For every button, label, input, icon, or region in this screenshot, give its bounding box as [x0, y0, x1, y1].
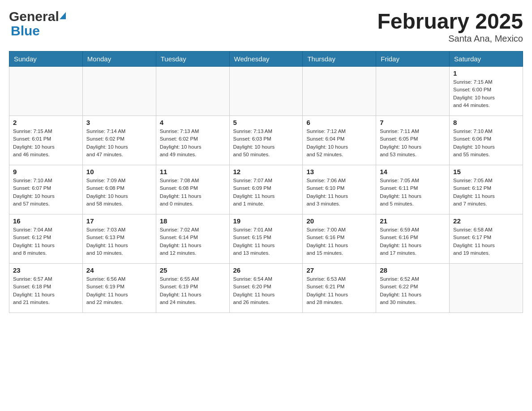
- day-info: Sunrise: 7:05 AMSunset: 6:12 PMDaylight:…: [453, 177, 519, 208]
- calendar-cell: 16Sunrise: 7:04 AMSunset: 6:12 PMDayligh…: [9, 214, 83, 264]
- calendar-cell: [229, 67, 303, 116]
- day-info: Sunrise: 6:54 AMSunset: 6:20 PMDaylight:…: [233, 275, 299, 306]
- calendar-cell: 12Sunrise: 7:07 AMSunset: 6:09 PMDayligh…: [229, 165, 303, 214]
- calendar-cell: 17Sunrise: 7:03 AMSunset: 6:13 PMDayligh…: [82, 214, 156, 264]
- day-info: Sunrise: 7:04 AMSunset: 6:12 PMDaylight:…: [13, 226, 79, 257]
- weekday-header-thursday: Thursday: [303, 51, 376, 67]
- page-header: General Blue February 2025 Santa Ana, Me…: [9, 9, 523, 44]
- calendar-cell: [303, 67, 376, 116]
- calendar-cell: 20Sunrise: 7:00 AMSunset: 6:16 PMDayligh…: [303, 214, 376, 264]
- day-number: 18: [160, 217, 226, 225]
- calendar-cell: 8Sunrise: 7:10 AMSunset: 6:06 PMDaylight…: [450, 116, 523, 165]
- calendar-cell: [450, 264, 523, 313]
- day-number: 13: [306, 168, 372, 176]
- day-number: 11: [160, 168, 226, 176]
- weekday-header-wednesday: Wednesday: [229, 51, 303, 67]
- day-number: 10: [86, 168, 152, 176]
- logo-blue-text: Blue: [11, 23, 40, 39]
- day-number: 15: [453, 168, 519, 176]
- day-info: Sunrise: 7:07 AMSunset: 6:09 PMDaylight:…: [233, 177, 299, 208]
- calendar-cell: 4Sunrise: 7:13 AMSunset: 6:02 PMDaylight…: [156, 116, 229, 165]
- day-info: Sunrise: 6:57 AMSunset: 6:18 PMDaylight:…: [13, 275, 79, 306]
- day-number: 9: [13, 168, 79, 176]
- calendar-cell: 23Sunrise: 6:57 AMSunset: 6:18 PMDayligh…: [9, 264, 83, 313]
- day-number: 16: [13, 217, 79, 225]
- day-number: 25: [160, 266, 226, 274]
- calendar-cell: 7Sunrise: 7:11 AMSunset: 6:05 PMDaylight…: [376, 116, 450, 165]
- day-info: Sunrise: 7:12 AMSunset: 6:04 PMDaylight:…: [306, 128, 372, 158]
- logo-flag-icon: [60, 12, 66, 19]
- day-info: Sunrise: 6:59 AMSunset: 6:16 PMDaylight:…: [380, 226, 446, 257]
- calendar-cell: 5Sunrise: 7:13 AMSunset: 6:03 PMDaylight…: [229, 116, 303, 165]
- month-title: February 2025: [377, 9, 523, 34]
- day-info: Sunrise: 7:15 AMSunset: 6:01 PMDaylight:…: [13, 128, 79, 158]
- weekday-header-row: SundayMondayTuesdayWednesdayThursdayFrid…: [9, 51, 523, 67]
- weekday-header-monday: Monday: [82, 51, 156, 67]
- day-number: 2: [13, 119, 79, 126]
- calendar-cell: 25Sunrise: 6:55 AMSunset: 6:19 PMDayligh…: [156, 264, 229, 313]
- calendar-cell: 1Sunrise: 7:15 AMSunset: 6:00 PMDaylight…: [450, 67, 523, 116]
- day-number: 7: [380, 119, 446, 126]
- day-number: 1: [453, 69, 519, 77]
- calendar-cell: 14Sunrise: 7:05 AMSunset: 6:11 PMDayligh…: [376, 165, 450, 214]
- calendar-cell: [156, 67, 229, 116]
- day-info: Sunrise: 7:10 AMSunset: 6:06 PMDaylight:…: [453, 128, 519, 158]
- day-number: 21: [380, 217, 446, 225]
- calendar-cell: 28Sunrise: 6:52 AMSunset: 6:22 PMDayligh…: [376, 264, 450, 313]
- day-number: 5: [233, 119, 299, 126]
- calendar-cell: 22Sunrise: 6:58 AMSunset: 6:17 PMDayligh…: [450, 214, 523, 264]
- calendar-cell: [82, 67, 156, 116]
- day-info: Sunrise: 7:03 AMSunset: 6:13 PMDaylight:…: [86, 226, 152, 257]
- weekday-header-saturday: Saturday: [450, 51, 523, 67]
- day-info: Sunrise: 6:56 AMSunset: 6:19 PMDaylight:…: [86, 275, 152, 306]
- location: Santa Ana, Mexico: [377, 34, 523, 44]
- calendar-cell: 2Sunrise: 7:15 AMSunset: 6:01 PMDaylight…: [9, 116, 83, 165]
- calendar-cell: 13Sunrise: 7:06 AMSunset: 6:10 PMDayligh…: [303, 165, 376, 214]
- week-row-1: 1Sunrise: 7:15 AMSunset: 6:00 PMDaylight…: [9, 67, 523, 116]
- logo: General Blue: [9, 9, 66, 39]
- day-number: 4: [160, 119, 226, 126]
- day-number: 8: [453, 119, 519, 126]
- day-info: Sunrise: 6:58 AMSunset: 6:17 PMDaylight:…: [453, 226, 519, 257]
- day-number: 26: [233, 266, 299, 274]
- day-info: Sunrise: 7:00 AMSunset: 6:16 PMDaylight:…: [306, 226, 372, 257]
- day-info: Sunrise: 7:02 AMSunset: 6:14 PMDaylight:…: [160, 226, 226, 257]
- logo-general-text: General: [9, 9, 59, 24]
- day-number: 23: [13, 266, 79, 274]
- day-info: Sunrise: 6:55 AMSunset: 6:19 PMDaylight:…: [160, 275, 226, 306]
- calendar-cell: 15Sunrise: 7:05 AMSunset: 6:12 PMDayligh…: [450, 165, 523, 214]
- calendar-cell: 26Sunrise: 6:54 AMSunset: 6:20 PMDayligh…: [229, 264, 303, 313]
- day-number: 17: [86, 217, 152, 225]
- day-number: 19: [233, 217, 299, 225]
- day-info: Sunrise: 7:14 AMSunset: 6:02 PMDaylight:…: [86, 128, 152, 158]
- day-info: Sunrise: 7:09 AMSunset: 6:08 PMDaylight:…: [86, 177, 152, 208]
- day-number: 12: [233, 168, 299, 176]
- day-info: Sunrise: 7:13 AMSunset: 6:02 PMDaylight:…: [160, 128, 226, 158]
- calendar-cell: 19Sunrise: 7:01 AMSunset: 6:15 PMDayligh…: [229, 214, 303, 264]
- week-row-3: 9Sunrise: 7:10 AMSunset: 6:07 PMDaylight…: [9, 165, 523, 214]
- week-row-5: 23Sunrise: 6:57 AMSunset: 6:18 PMDayligh…: [9, 264, 523, 313]
- day-info: Sunrise: 7:05 AMSunset: 6:11 PMDaylight:…: [380, 177, 446, 208]
- calendar-cell: 18Sunrise: 7:02 AMSunset: 6:14 PMDayligh…: [156, 214, 229, 264]
- calendar-cell: 27Sunrise: 6:53 AMSunset: 6:21 PMDayligh…: [303, 264, 376, 313]
- day-number: 6: [306, 119, 372, 126]
- calendar-cell: 10Sunrise: 7:09 AMSunset: 6:08 PMDayligh…: [82, 165, 156, 214]
- day-info: Sunrise: 7:01 AMSunset: 6:15 PMDaylight:…: [233, 226, 299, 257]
- day-info: Sunrise: 7:15 AMSunset: 6:00 PMDaylight:…: [453, 78, 519, 109]
- calendar-cell: 11Sunrise: 7:08 AMSunset: 6:08 PMDayligh…: [156, 165, 229, 214]
- day-info: Sunrise: 7:13 AMSunset: 6:03 PMDaylight:…: [233, 128, 299, 158]
- title-section: February 2025 Santa Ana, Mexico: [377, 9, 523, 44]
- day-number: 28: [380, 266, 446, 274]
- calendar-cell: 9Sunrise: 7:10 AMSunset: 6:07 PMDaylight…: [9, 165, 83, 214]
- day-number: 20: [306, 217, 372, 225]
- calendar-cell: [376, 67, 450, 116]
- weekday-header-friday: Friday: [376, 51, 450, 67]
- weekday-header-tuesday: Tuesday: [156, 51, 229, 67]
- day-number: 14: [380, 168, 446, 176]
- day-number: 27: [306, 266, 372, 274]
- calendar-cell: [9, 67, 83, 116]
- day-info: Sunrise: 7:08 AMSunset: 6:08 PMDaylight:…: [160, 177, 226, 208]
- day-info: Sunrise: 6:53 AMSunset: 6:21 PMDaylight:…: [306, 275, 372, 306]
- calendar-cell: 3Sunrise: 7:14 AMSunset: 6:02 PMDaylight…: [82, 116, 156, 165]
- day-info: Sunrise: 7:06 AMSunset: 6:10 PMDaylight:…: [306, 177, 372, 208]
